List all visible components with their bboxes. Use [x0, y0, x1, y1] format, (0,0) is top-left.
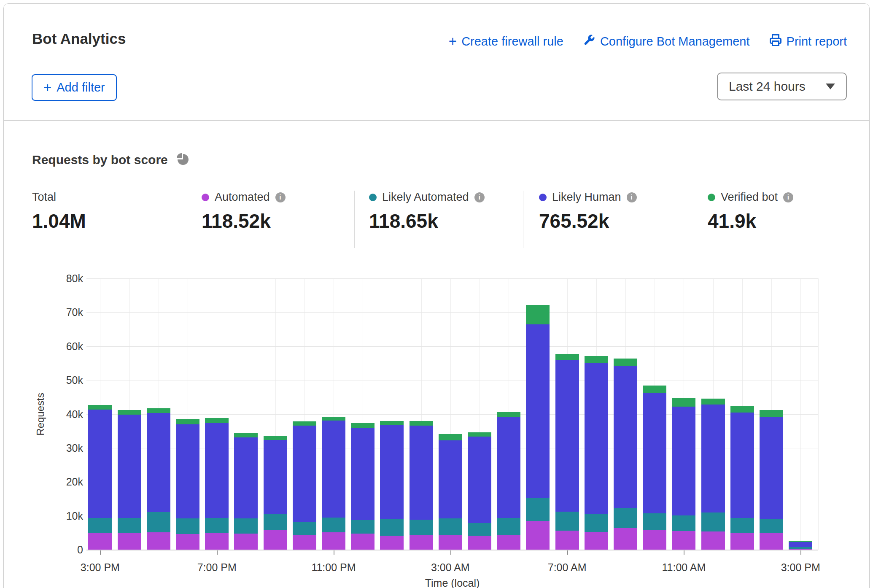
- bar-segment-automated[interactable]: [789, 549, 812, 550]
- bar-segment-likely-automated[interactable]: [643, 513, 666, 530]
- bar-segment-likely-human[interactable]: [526, 324, 550, 498]
- bar-segment-verified-bot[interactable]: [176, 419, 199, 425]
- bar-segment-likely-automated[interactable]: [176, 518, 199, 534]
- bar-segment-likely-human[interactable]: [672, 407, 695, 515]
- bar-segment-likely-automated[interactable]: [293, 522, 316, 535]
- bar-segment-likely-automated[interactable]: [789, 547, 812, 548]
- bar-segment-likely-automated[interactable]: [672, 515, 695, 531]
- bar-segment-verified-bot[interactable]: [585, 356, 608, 363]
- bar-segment-likely-automated[interactable]: [88, 518, 112, 533]
- bar-segment-verified-bot[interactable]: [730, 406, 754, 413]
- bar-segment-likely-human[interactable]: [730, 413, 754, 518]
- bar-segment-likely-automated[interactable]: [380, 519, 404, 536]
- bar-segment-automated[interactable]: [234, 534, 258, 550]
- bar-segment-automated[interactable]: [730, 533, 754, 550]
- bar-segment-verified-bot[interactable]: [468, 432, 491, 437]
- bar-segment-verified-bot[interactable]: [380, 421, 404, 425]
- bar-segment-verified-bot[interactable]: [789, 541, 812, 542]
- bar-segment-automated[interactable]: [380, 536, 404, 550]
- bar-segment-automated[interactable]: [205, 533, 229, 550]
- bar-segment-likely-human[interactable]: [118, 415, 141, 518]
- bar-segment-automated[interactable]: [585, 532, 608, 550]
- bar-segment-verified-bot[interactable]: [293, 421, 316, 426]
- bar-segment-automated[interactable]: [526, 521, 550, 550]
- bar-segment-automated[interactable]: [118, 533, 141, 550]
- bar-segment-automated[interactable]: [410, 535, 433, 550]
- bar-segment-likely-human[interactable]: [410, 426, 433, 520]
- bar-segment-likely-human[interactable]: [322, 421, 345, 518]
- bar-segment-likely-automated[interactable]: [497, 518, 520, 535]
- bar-segment-automated[interactable]: [468, 536, 491, 550]
- bar-segment-verified-bot[interactable]: [147, 408, 170, 413]
- bar-segment-automated[interactable]: [614, 528, 637, 550]
- bar-segment-likely-human[interactable]: [351, 428, 375, 520]
- bar-segment-likely-automated[interactable]: [147, 512, 170, 532]
- bar-segment-automated[interactable]: [760, 533, 783, 550]
- bar-segment-automated[interactable]: [264, 530, 287, 550]
- bar-segment-likely-human[interactable]: [760, 417, 783, 520]
- bar-segment-automated[interactable]: [322, 532, 345, 550]
- bar-segment-automated[interactable]: [643, 530, 666, 550]
- bar-segment-likely-human[interactable]: [88, 410, 112, 518]
- bar-segment-likely-human[interactable]: [614, 366, 637, 508]
- bar-segment-likely-automated[interactable]: [234, 518, 258, 534]
- bar-segment-likely-human[interactable]: [643, 393, 666, 513]
- bar-segment-automated[interactable]: [701, 531, 725, 550]
- bar-segment-verified-bot[interactable]: [351, 423, 375, 427]
- bar-segment-likely-human[interactable]: [234, 437, 258, 518]
- bar-segment-verified-bot[interactable]: [322, 417, 345, 421]
- bar-segment-likely-human[interactable]: [585, 363, 608, 514]
- bar-segment-verified-bot[interactable]: [555, 354, 579, 360]
- bar-segment-likely-human[interactable]: [468, 437, 491, 523]
- bar-segment-likely-automated[interactable]: [701, 512, 725, 531]
- bar-segment-likely-automated[interactable]: [526, 498, 550, 521]
- bar-segment-likely-human[interactable]: [701, 405, 725, 512]
- bar-segment-likely-automated[interactable]: [351, 520, 375, 534]
- bar-segment-likely-human[interactable]: [147, 413, 170, 512]
- bar-segment-automated[interactable]: [497, 535, 520, 550]
- bar-segment-verified-bot[interactable]: [88, 405, 112, 410]
- bar-segment-automated[interactable]: [293, 535, 316, 550]
- bar-segment-verified-bot[interactable]: [205, 418, 229, 423]
- bar-segment-verified-bot[interactable]: [410, 421, 433, 425]
- bar-segment-likely-automated[interactable]: [118, 518, 141, 533]
- bar-segment-automated[interactable]: [88, 533, 112, 550]
- bar-segment-automated[interactable]: [176, 534, 199, 550]
- bar-segment-likely-automated[interactable]: [555, 512, 579, 531]
- bar-segment-verified-bot[interactable]: [526, 305, 550, 325]
- bar-segment-likely-human[interactable]: [264, 440, 287, 514]
- bar-segment-verified-bot[interactable]: [643, 386, 666, 393]
- bar-segment-likely-automated[interactable]: [585, 514, 608, 532]
- bar-segment-automated[interactable]: [147, 532, 170, 550]
- bar-segment-verified-bot[interactable]: [614, 359, 637, 366]
- bar-segment-likely-human[interactable]: [789, 542, 812, 548]
- bar-segment-verified-bot[interactable]: [672, 398, 695, 407]
- bar-segment-automated[interactable]: [351, 534, 375, 550]
- bar-segment-likely-automated[interactable]: [614, 508, 637, 528]
- bar-segment-likely-human[interactable]: [439, 440, 462, 518]
- bar-segment-verified-bot[interactable]: [118, 410, 141, 415]
- bar-segment-likely-automated[interactable]: [439, 518, 462, 535]
- bar-segment-automated[interactable]: [672, 531, 695, 550]
- bar-segment-verified-bot[interactable]: [439, 434, 462, 440]
- bar-segment-likely-automated[interactable]: [468, 523, 491, 536]
- bar-segment-likely-automated[interactable]: [205, 518, 229, 533]
- bar-segment-likely-human[interactable]: [380, 425, 404, 519]
- bar-segment-likely-automated[interactable]: [410, 520, 433, 535]
- bar-segment-likely-automated[interactable]: [760, 519, 783, 533]
- bar-segment-likely-human[interactable]: [497, 417, 520, 518]
- bar-segment-verified-bot[interactable]: [264, 436, 287, 440]
- bar-segment-likely-automated[interactable]: [264, 514, 287, 530]
- bar-segment-verified-bot[interactable]: [701, 399, 725, 405]
- bar-segment-verified-bot[interactable]: [497, 412, 520, 417]
- bar-segment-likely-human[interactable]: [293, 426, 316, 522]
- bar-segment-automated[interactable]: [439, 535, 462, 550]
- bar-segment-likely-human[interactable]: [176, 424, 199, 518]
- bar-segment-automated[interactable]: [555, 531, 579, 550]
- bar-segment-likely-automated[interactable]: [322, 518, 345, 532]
- bar-segment-verified-bot[interactable]: [760, 410, 783, 417]
- bar-segment-likely-automated[interactable]: [730, 518, 754, 533]
- bar-segment-likely-human[interactable]: [205, 423, 229, 518]
- bar-segment-verified-bot[interactable]: [234, 433, 258, 437]
- bar-segment-likely-human[interactable]: [555, 360, 579, 512]
